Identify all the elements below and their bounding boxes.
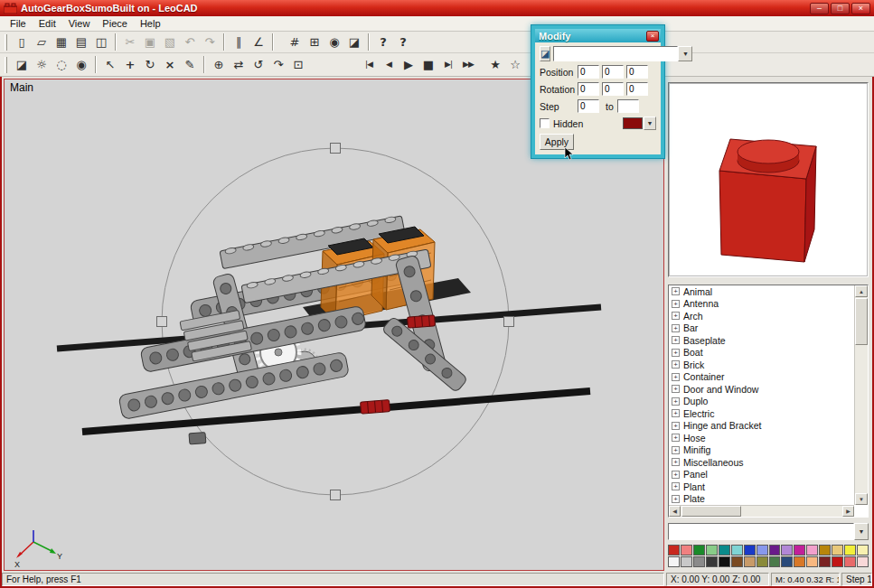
color-swatch[interactable]	[668, 545, 680, 555]
paste-button[interactable]: ▧	[160, 33, 180, 52]
color-swatch[interactable]	[781, 545, 793, 555]
expand-icon[interactable]: +	[672, 373, 680, 381]
color-swatch[interactable]	[668, 556, 680, 567]
zoom-region-button[interactable]: ⊡	[288, 55, 308, 75]
expand-icon[interactable]: +	[672, 397, 680, 406]
color-swatch[interactable]	[693, 556, 705, 567]
step-to-field[interactable]	[617, 99, 639, 113]
next-step-button[interactable]: ▶|	[438, 55, 458, 75]
modify-close-button[interactable]: ×	[646, 31, 659, 42]
expand-icon[interactable]: +	[672, 360, 680, 369]
tree-row[interactable]: + Duplo	[669, 396, 854, 408]
tree-row[interactable]: + Plant	[669, 481, 854, 493]
print-preview-button[interactable]: ◫	[91, 33, 111, 52]
color-swatch[interactable]	[794, 545, 805, 555]
toolbar-grip[interactable]	[5, 57, 7, 73]
new-file-button[interactable]: ▯	[12, 33, 32, 52]
expand-icon[interactable]: +	[672, 287, 680, 295]
menu-help[interactable]: Help	[134, 17, 167, 30]
menu-piece[interactable]: Piece	[96, 17, 134, 30]
tree-row[interactable]: + Minifig	[669, 444, 854, 457]
color-dropdown[interactable]: ▼	[644, 117, 656, 130]
color-swatch[interactable]	[681, 545, 692, 555]
scroll-thumb[interactable]	[855, 298, 868, 345]
snap-grid-button[interactable]: #	[285, 33, 305, 52]
rotate-button[interactable]: ↻	[140, 55, 160, 75]
tree-row[interactable]: + Electric	[669, 407, 854, 420]
rotation-z-field[interactable]	[626, 82, 648, 96]
menu-view[interactable]: View	[62, 17, 97, 30]
cut-button[interactable]: ✂	[120, 33, 140, 52]
piece-combo-dropdown[interactable]: ▼	[854, 523, 869, 540]
piece-preview[interactable]	[668, 82, 869, 277]
titlebar[interactable]: AutoGearBoxSumoBuilt on - LeoCAD – □ ×	[0, 0, 874, 16]
scroll-left-icon[interactable]: ◀	[669, 506, 681, 517]
tree-row[interactable]: + Arch	[669, 310, 854, 322]
piece-keys-button[interactable]: ★	[485, 55, 505, 75]
print-button[interactable]: ▤	[71, 33, 91, 52]
tree-vertical-scrollbar[interactable]: ▲ ▼	[854, 285, 868, 505]
scroll-up-icon[interactable]: ▲	[855, 285, 868, 297]
position-z-field[interactable]	[626, 65, 648, 79]
expand-icon[interactable]: +	[672, 495, 680, 503]
first-step-button[interactable]: |◀	[359, 55, 379, 75]
toolbar-grip[interactable]	[5, 34, 7, 51]
color-swatch[interactable]	[806, 545, 818, 555]
tree-row[interactable]: + Brick	[669, 359, 854, 371]
expand-icon[interactable]: +	[672, 422, 680, 430]
color-swatch[interactable]	[757, 545, 768, 555]
light-button[interactable]: ☼	[32, 55, 52, 75]
expand-icon[interactable]: +	[672, 324, 680, 332]
scroll-thumb[interactable]	[681, 506, 741, 517]
color-swatch[interactable]	[769, 545, 781, 555]
position-x-field[interactable]	[578, 65, 599, 79]
pan-button[interactable]: ⇄	[229, 55, 249, 75]
rotation-y-field[interactable]	[602, 82, 624, 96]
color-swatch[interactable]	[731, 556, 743, 567]
insert-piece-button[interactable]: ◪	[12, 55, 32, 75]
expand-icon[interactable]: +	[672, 385, 680, 393]
play-button[interactable]: ▶	[399, 55, 418, 75]
save-file-button[interactable]: ▦	[52, 33, 71, 52]
tree-row[interactable]: + Baseplate	[669, 334, 854, 347]
expand-icon[interactable]: +	[672, 434, 680, 442]
expand-icon[interactable]: +	[672, 458, 680, 466]
delete-button[interactable]: ×	[160, 55, 180, 75]
copy-button[interactable]: ▣	[140, 33, 160, 52]
expand-icon[interactable]: +	[672, 336, 680, 344]
rotation-x-field[interactable]	[578, 82, 599, 96]
tree-row[interactable]: + Door and Window	[669, 383, 854, 396]
color-swatch[interactable]	[693, 545, 705, 555]
undo-button[interactable]: ↶	[180, 33, 200, 52]
tree-row[interactable]: + Hose	[669, 432, 854, 444]
color-swatch[interactable]	[819, 556, 831, 567]
color-swatch[interactable]	[731, 545, 743, 555]
color-swatch[interactable]	[719, 545, 730, 555]
modify-piece-dropdown[interactable]: ▼	[678, 46, 692, 61]
about-button[interactable]: ?	[373, 33, 393, 52]
tree-row[interactable]: + Bar	[669, 322, 854, 335]
color-swatch[interactable]	[744, 556, 756, 567]
color-swatch[interactable]	[706, 545, 718, 555]
expand-icon[interactable]: +	[672, 482, 680, 490]
stop-button[interactable]: ■	[418, 55, 438, 75]
expand-icon[interactable]: +	[672, 312, 680, 320]
color-swatch[interactable]	[832, 556, 843, 567]
lock-axes-button[interactable]: ⊞	[305, 33, 324, 52]
tree-row[interactable]: + Antenna	[669, 298, 854, 311]
last-step-button[interactable]: ▶▶	[458, 55, 478, 75]
tree-row[interactable]: + Boat	[669, 347, 854, 359]
tree-row[interactable]: + Panel	[669, 469, 854, 481]
close-button[interactable]: ×	[851, 3, 870, 14]
color-swatch[interactable]	[757, 556, 768, 567]
modify-titlebar[interactable]: Modify ×	[535, 29, 661, 42]
color-swatch[interactable]	[744, 545, 756, 555]
move-button[interactable]: +	[120, 55, 140, 75]
modify-piece-icon[interactable]: ◪	[540, 46, 550, 61]
color-swatch[interactable]	[769, 556, 781, 567]
scroll-right-icon[interactable]: ▶	[842, 506, 854, 517]
tree-row[interactable]: + Plate	[669, 493, 854, 506]
maximize-button[interactable]: □	[831, 3, 850, 14]
snap-move-button[interactable]: ∥	[229, 33, 249, 52]
camera-button[interactable]: ◉	[71, 55, 91, 75]
